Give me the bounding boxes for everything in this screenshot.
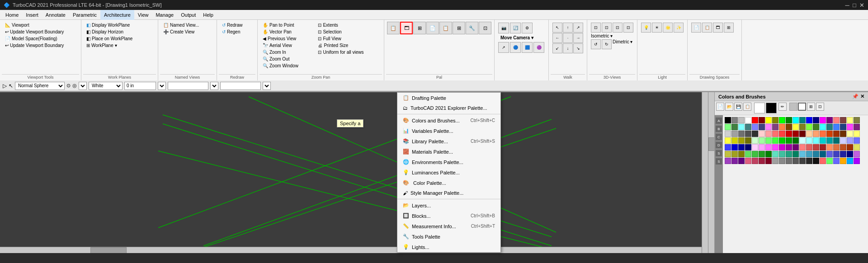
light-icon-3[interactable]: 🌟 — [663, 23, 673, 33]
color-cell[interactable] — [826, 131, 833, 137]
color-cell[interactable] — [847, 151, 853, 157]
3d-icon-3[interactable]: ⊡ — [613, 23, 623, 33]
btn-update-viewport1[interactable]: ↩ Update Viewport Boundary — [3, 28, 66, 35]
walk-icon-2[interactable]: ↑ — [563, 23, 573, 33]
color-cell[interactable] — [820, 131, 826, 137]
icon-btn-7[interactable]: 🔧 — [466, 22, 478, 34]
color-cell[interactable] — [847, 158, 853, 164]
sidebar-icon-2[interactable]: B — [716, 126, 722, 132]
color-cell[interactable] — [840, 137, 846, 144]
btn-zoom-window[interactable]: 🔍 Zoom Window — [260, 62, 301, 69]
color-cell[interactable] — [840, 124, 846, 130]
color-cell[interactable] — [765, 158, 772, 164]
color-cell[interactable] — [786, 117, 792, 123]
color-cell[interactable] — [725, 144, 731, 150]
color-cell[interactable] — [799, 137, 806, 144]
color-cell[interactable] — [854, 124, 860, 130]
color-cell[interactable] — [779, 124, 785, 130]
btn-aerial-view[interactable]: 🔭 Aerial View — [260, 42, 294, 49]
coord-y-input[interactable] — [168, 82, 208, 90]
color-cell[interactable] — [826, 144, 833, 150]
color-cell[interactable] — [840, 151, 846, 157]
palette-item-tools[interactable]: 🔧 Tools Palette — [397, 231, 500, 242]
color-cell[interactable] — [826, 151, 833, 157]
color-cell[interactable] — [813, 158, 819, 164]
color-cell[interactable] — [854, 144, 860, 150]
color-cell[interactable] — [799, 117, 806, 123]
color-cell[interactable] — [759, 131, 765, 137]
icon-btn-8[interactable]: ⊡ — [479, 22, 491, 34]
color-cell[interactable] — [731, 124, 738, 130]
color-cell[interactable] — [833, 158, 840, 164]
color-cell[interactable] — [725, 124, 731, 130]
color-cell[interactable] — [826, 124, 833, 130]
color-cell[interactable] — [820, 151, 826, 157]
walk-icon-1[interactable]: ↖ — [552, 23, 562, 33]
color-cell[interactable] — [826, 137, 833, 144]
color-cell[interactable] — [793, 124, 799, 130]
color-cell[interactable] — [833, 131, 840, 137]
color-cell[interactable] — [779, 158, 785, 164]
color-cell[interactable] — [820, 124, 826, 130]
color-cell[interactable] — [854, 151, 860, 157]
btn-named-view[interactable]: 📋 Named View... — [161, 22, 201, 28]
3d-icon-5[interactable]: ↺ — [591, 39, 601, 49]
color-cell[interactable] — [840, 158, 846, 164]
btn-display-horizon[interactable]: ◧ Display Horizon — [84, 28, 126, 35]
color-cell[interactable] — [731, 151, 738, 157]
color-cell[interactable] — [786, 131, 792, 137]
color-cell[interactable] — [806, 137, 812, 144]
color-cell[interactable] — [765, 124, 772, 130]
menu-item-annotate[interactable]: Annotate — [42, 10, 69, 20]
copy-btn[interactable]: ⊞ — [807, 103, 815, 111]
coord-unit3[interactable]: ▾ — [263, 82, 271, 90]
icon-btn-3[interactable]: ⊞ — [413, 22, 426, 34]
scrollbar-vertical[interactable] — [708, 92, 714, 253]
color-cell[interactable] — [738, 124, 745, 130]
btn-display-workplane[interactable]: ◧ Display WorkPlane — [84, 22, 132, 28]
palette-item-measurement[interactable]: 📏 Measurement Info... Ctrl+Shift+T — [397, 221, 500, 231]
color-cell[interactable] — [799, 158, 806, 164]
color-cell[interactable] — [738, 151, 745, 157]
color-cell[interactable] — [745, 124, 751, 130]
btn-vector-pan[interactable]: ✋ Vector Pan — [260, 28, 294, 35]
3d-icon-2[interactable]: ⊡ — [602, 23, 612, 33]
snap-icon2[interactable]: ◎ — [72, 83, 77, 89]
cam-icon-4[interactable]: ↗ — [498, 42, 509, 53]
canvas-area[interactable]: Specify a — [0, 92, 714, 253]
cam-icon-2[interactable]: 🔄 — [510, 23, 521, 33]
palette-item-style[interactable]: 🖌 Style Manager Palette... — [397, 188, 500, 198]
walk-icon-9[interactable]: ↘ — [573, 43, 583, 53]
color-cell[interactable] — [745, 151, 751, 157]
colors-close-icon[interactable]: ✕ — [860, 94, 864, 99]
color-cell[interactable] — [765, 117, 772, 123]
color-cell[interactable] — [745, 131, 751, 137]
color-white[interactable] — [745, 117, 751, 123]
color-cell[interactable] — [759, 124, 765, 130]
color-cell[interactable] — [854, 117, 860, 123]
icon-btn-5[interactable]: 📋 — [439, 22, 452, 34]
coord-unit1[interactable]: ▾ — [158, 82, 166, 90]
save-color-btn[interactable]: 💾 — [734, 103, 742, 111]
icon-btn-1[interactable]: 📋 — [387, 22, 400, 34]
btn-redraw[interactable]: ↺ Redraw — [220, 22, 245, 28]
walk-icon-5[interactable]: · — [563, 33, 573, 43]
color-cell[interactable] — [745, 158, 751, 164]
palette-item-library[interactable]: 📚 Library Palette... Ctrl+Shift+S — [397, 136, 500, 146]
color-cell[interactable] — [772, 158, 778, 164]
color-cell[interactable] — [752, 144, 758, 150]
btn-place-workplane[interactable]: ◧ Place on WorkPlane — [84, 35, 135, 42]
color-cell[interactable] — [799, 144, 806, 150]
color-cell[interactable] — [759, 137, 765, 144]
color-cell[interactable] — [786, 137, 792, 144]
swatch-white[interactable] — [754, 103, 765, 113]
color-cell[interactable] — [725, 158, 731, 164]
walk-icon-6[interactable]: → — [573, 33, 583, 43]
scrollbar-horizontal[interactable] — [0, 247, 702, 253]
color-cell[interactable] — [765, 131, 772, 137]
swatch-black[interactable] — [766, 103, 777, 113]
color-cell[interactable] — [725, 137, 731, 144]
3d-icon-1[interactable]: ⊡ — [591, 23, 601, 33]
palette-item-layers[interactable]: 📂 Layers... — [397, 200, 500, 211]
palette-item-materials[interactable]: 🧱 Materials Palette... — [397, 146, 500, 157]
